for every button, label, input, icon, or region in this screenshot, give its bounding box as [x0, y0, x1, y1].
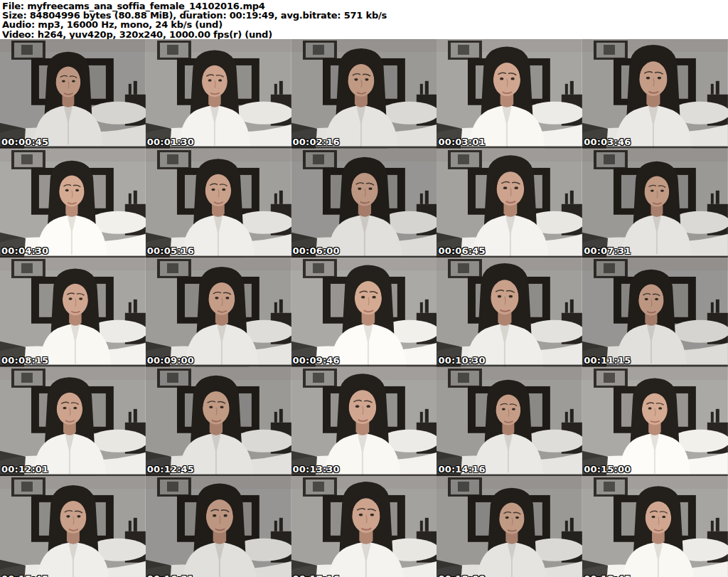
- wall-picture: [594, 369, 628, 388]
- webcam-frame-art: [437, 39, 582, 149]
- webcam-frame-art: [146, 367, 291, 477]
- thumbnail-grid: 00:00:45: [0, 39, 728, 577]
- video-thumbnail: 00:18:00: [437, 476, 582, 577]
- video-thumbnail: 00:01:30: [146, 39, 291, 149]
- left-eye: [505, 517, 509, 519]
- right-eye: [512, 408, 515, 410]
- wall-picture: [303, 41, 337, 60]
- timestamp-overlay: 00:03:01: [438, 137, 485, 147]
- left-eye: [66, 515, 70, 518]
- left-eye: [62, 80, 65, 82]
- video-thumbnail: 00:11:15: [582, 258, 728, 367]
- wall-picture: [448, 369, 482, 388]
- wall-picture: [157, 369, 191, 388]
- left-eye: [646, 77, 651, 80]
- webcam-frame-art: [291, 367, 437, 477]
- right-eye: [79, 297, 82, 300]
- timestamp-overlay: 00:16:31: [147, 573, 194, 577]
- webcam-frame-art: [582, 367, 728, 477]
- timestamp-overlay: 00:00:45: [1, 137, 48, 147]
- left-eye: [652, 516, 655, 519]
- webcam-frame-art: [437, 476, 582, 577]
- video-thumbnail: 00:06:45: [437, 149, 582, 258]
- wall-picture: [594, 150, 628, 169]
- wall-picture: [448, 477, 482, 497]
- right-eye: [658, 407, 662, 409]
- video-thumbnail: 00:14:16: [437, 367, 582, 477]
- wall-picture: [448, 150, 482, 169]
- webcam-frame-art: [582, 476, 728, 577]
- left-eye: [358, 514, 363, 517]
- webcam-frame-art: [0, 476, 146, 577]
- wall-picture: [448, 41, 482, 60]
- left-eye: [645, 298, 648, 300]
- video-thumbnail: 00:08:15: [0, 258, 146, 367]
- right-eye: [515, 517, 519, 519]
- timestamp-overlay: 00:09:46: [293, 355, 340, 366]
- timestamp-overlay: 00:04:30: [1, 245, 48, 256]
- left-eye: [651, 189, 654, 191]
- timestamp-overlay: 00:11:15: [584, 355, 631, 366]
- video-thumbnail: 00:13:30: [291, 367, 437, 477]
- webcam-frame-art: [0, 149, 146, 258]
- wall-picture: [594, 41, 628, 60]
- webcam-frame-art: [291, 149, 437, 258]
- wall-picture: [303, 369, 337, 388]
- wall-picture: [11, 41, 46, 60]
- right-eye: [223, 514, 227, 517]
- right-eye: [655, 298, 658, 300]
- wall-picture: [594, 477, 628, 497]
- right-eye: [368, 187, 372, 190]
- right-eye: [225, 297, 229, 300]
- webcam-frame-art: [582, 149, 728, 258]
- left-eye: [63, 406, 66, 409]
- wall-picture: [303, 259, 337, 278]
- timestamp-overlay: 00:10:30: [438, 355, 485, 366]
- timestamp-overlay: 00:18:45: [584, 573, 631, 577]
- right-eye: [372, 296, 375, 299]
- video-thumbnail: 00:06:00: [291, 149, 437, 258]
- timestamp-overlay: 00:13:30: [293, 464, 340, 475]
- left-eye: [355, 405, 358, 408]
- video-thumbnail: 00:09:00: [146, 258, 291, 367]
- video-thumbnail: 00:04:30: [0, 149, 146, 258]
- webcam-frame-art: [437, 149, 582, 258]
- right-eye: [77, 515, 80, 518]
- right-eye: [658, 77, 662, 80]
- left-eye: [500, 78, 503, 80]
- timestamp-overlay: 00:07:31: [584, 245, 631, 256]
- timestamp-overlay: 00:06:45: [438, 245, 485, 256]
- left-eye: [65, 189, 69, 191]
- timestamp-overlay: 00:06:00: [293, 245, 340, 256]
- video-contact-sheet: File: myfreecams_ana_soffia_female_14102…: [0, 0, 728, 577]
- timestamp-overlay: 00:12:45: [147, 464, 194, 475]
- left-eye: [502, 408, 505, 410]
- right-eye: [222, 188, 225, 191]
- timestamp-overlay: 00:01:30: [147, 137, 194, 147]
- wall-picture: [157, 259, 191, 278]
- right-eye: [511, 78, 515, 80]
- left-eye: [69, 297, 73, 300]
- video-thumbnail: 00:09:46: [291, 258, 437, 367]
- webcam-frame-art: [0, 258, 146, 367]
- video-thumbnail: 00:15:00: [582, 367, 728, 477]
- right-eye: [662, 516, 665, 519]
- video-thumbnail: 00:10:30: [437, 258, 582, 367]
- video-thumbnail: 00:03:01: [437, 39, 582, 149]
- video-thumbnail: 00:00:45: [0, 39, 146, 149]
- wall-picture: [594, 259, 628, 278]
- right-eye: [75, 189, 79, 191]
- webcam-frame-art: [437, 258, 582, 367]
- timestamp-overlay: 00:08:15: [1, 355, 48, 366]
- left-eye: [648, 407, 652, 409]
- video-thumbnail: 00:03:46: [582, 39, 728, 149]
- wall-picture: [448, 259, 482, 278]
- webcam-frame-art: [437, 367, 582, 477]
- video-thumbnail: 00:15:45: [0, 476, 146, 577]
- right-eye: [72, 80, 75, 82]
- timestamp-overlay: 00:17:16: [293, 573, 340, 577]
- video-thumbnail: 00:02:16: [291, 39, 437, 149]
- webcam-frame-art: [582, 39, 728, 149]
- right-eye: [515, 186, 518, 189]
- right-eye: [366, 405, 370, 408]
